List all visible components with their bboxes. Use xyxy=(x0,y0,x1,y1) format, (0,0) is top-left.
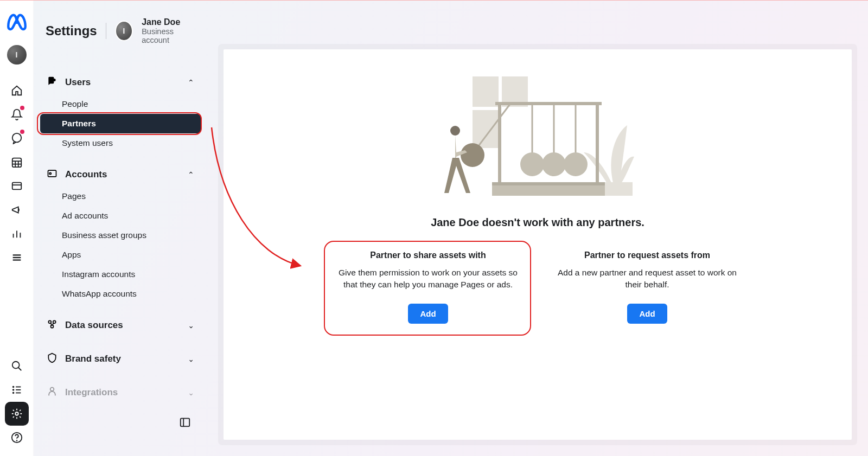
nav-header-integrations[interactable]: Integrations ⌃ xyxy=(40,381,201,404)
nav-item-ad-accounts[interactable]: Ad accounts xyxy=(40,206,201,226)
option-request-title: Partner to request assets from xyxy=(550,251,745,260)
option-share-title: Partner to share assets with xyxy=(330,251,526,260)
svg-rect-6 xyxy=(12,183,21,190)
option-share-desc: Give them permission to work on your ass… xyxy=(330,267,526,292)
data-sources-group-icon xyxy=(47,319,58,332)
nav-section-accounts: Accounts ⌃ Pages Ad accounts Business as… xyxy=(40,163,201,304)
nav-section-label: Integrations xyxy=(65,387,180,398)
svg-rect-34 xyxy=(473,76,499,107)
option-request-desc: Add a new partner and request asset to w… xyxy=(550,267,745,292)
chevron-down-icon: ⌃ xyxy=(188,355,194,363)
add-request-partner-button[interactable]: Add xyxy=(627,304,667,324)
nav-item-whatsapp[interactable]: WhatsApp accounts xyxy=(40,284,201,304)
nav-section-data-sources: Data sources ⌃ xyxy=(40,313,201,337)
settings-nav: Users ⌃ People Partners System users Acc… xyxy=(34,55,207,410)
nav-header-brand-safety[interactable]: Brand safety ⌃ xyxy=(40,347,201,371)
svg-point-47 xyxy=(542,152,566,176)
svg-rect-1 xyxy=(12,158,21,168)
collapse-sidebar-icon[interactable] xyxy=(179,416,191,431)
account-subtitle: Business account xyxy=(142,27,195,44)
nav-item-system-users[interactable]: System users xyxy=(40,133,201,153)
empty-state-card: Jane Doe doesn't work with any partners.… xyxy=(224,49,852,440)
nav-item-asset-groups[interactable]: Business asset groups xyxy=(40,226,201,245)
insights-icon[interactable] xyxy=(5,222,29,246)
billing-icon[interactable] xyxy=(5,174,29,198)
nav-header-accounts[interactable]: Accounts ⌃ xyxy=(40,163,201,187)
chevron-up-icon: ⌃ xyxy=(188,78,194,87)
list-icon[interactable] xyxy=(5,378,29,402)
nav-item-partners[interactable]: Partners xyxy=(40,114,201,133)
nav-section-integrations: Integrations ⌃ xyxy=(40,381,201,404)
meta-logo-icon[interactable] xyxy=(5,10,28,33)
megaphone-icon[interactable] xyxy=(5,198,29,222)
nav-section-label: Data sources xyxy=(65,320,180,331)
nav-header-data-sources[interactable]: Data sources ⌃ xyxy=(40,313,201,337)
rail-avatar-initial: I xyxy=(16,50,18,59)
svg-point-27 xyxy=(49,173,51,175)
svg-rect-32 xyxy=(181,419,190,427)
svg-rect-37 xyxy=(603,182,633,196)
nav-item-instagram[interactable]: Instagram accounts xyxy=(40,265,201,284)
settings-sidebar: Settings I Jane Doe Business account Use… xyxy=(34,1,207,456)
integrations-group-icon xyxy=(47,386,58,399)
notification-dot-icon xyxy=(20,130,24,134)
page-title: Settings xyxy=(46,23,97,38)
account-initial: I xyxy=(123,26,125,35)
bell-icon[interactable] xyxy=(5,102,29,126)
left-rail: I xyxy=(0,1,34,456)
account-avatar[interactable]: I xyxy=(115,21,133,41)
empty-state-illustration xyxy=(440,71,635,207)
svg-point-51 xyxy=(450,126,460,136)
nav-item-apps[interactable]: Apps xyxy=(40,245,201,265)
nav-item-pages[interactable]: Pages xyxy=(40,187,201,206)
svg-point-16 xyxy=(12,387,14,388)
home-icon[interactable] xyxy=(5,79,29,102)
settings-icon[interactable] xyxy=(5,402,29,426)
nav-section-label: Brand safety xyxy=(65,354,180,364)
calendar-icon[interactable] xyxy=(5,150,29,174)
empty-state-title: Jane Doe doesn't work with any partners. xyxy=(431,216,644,229)
search-icon[interactable] xyxy=(5,354,29,378)
divider xyxy=(106,23,106,39)
chevron-down-icon: ⌃ xyxy=(188,321,194,330)
svg-point-22 xyxy=(15,412,18,415)
nav-section-brand-safety: Brand safety ⌃ xyxy=(40,347,201,371)
main-content: Jane Doe doesn't work with any partners.… xyxy=(207,1,868,456)
chevron-up-icon: ⌃ xyxy=(188,170,194,179)
accounts-group-icon xyxy=(47,168,58,181)
nav-header-users[interactable]: Users ⌃ xyxy=(40,70,201,94)
users-group-icon xyxy=(47,76,58,89)
svg-point-14 xyxy=(12,362,19,369)
shield-icon xyxy=(47,352,58,365)
svg-point-25 xyxy=(53,79,56,81)
svg-point-46 xyxy=(520,152,544,176)
svg-point-20 xyxy=(12,393,14,394)
help-icon[interactable] xyxy=(5,426,29,449)
svg-point-30 xyxy=(51,325,54,328)
svg-point-31 xyxy=(50,388,54,391)
account-info: Jane Doe Business account xyxy=(142,17,195,44)
account-name: Jane Doe xyxy=(142,17,195,27)
nav-section-label: Users xyxy=(65,77,180,88)
svg-point-48 xyxy=(564,152,588,176)
option-share-assets: Partner to share assets with Give them p… xyxy=(325,242,531,335)
svg-point-18 xyxy=(12,389,14,390)
nav-item-people[interactable]: People xyxy=(40,94,201,114)
sidebar-header: Settings I Jane Doe Business account xyxy=(34,17,207,55)
all-tools-icon[interactable] xyxy=(5,246,29,269)
chat-icon[interactable] xyxy=(5,126,29,150)
nav-section-users: Users ⌃ People Partners System users xyxy=(40,70,201,153)
rail-avatar[interactable]: I xyxy=(7,45,27,65)
add-share-partner-button[interactable]: Add xyxy=(408,304,448,324)
svg-point-50 xyxy=(461,143,484,167)
svg-point-24 xyxy=(16,440,17,441)
nav-section-label: Accounts xyxy=(65,169,180,180)
svg-rect-36 xyxy=(473,110,499,148)
notification-dot-icon xyxy=(20,106,24,110)
svg-line-15 xyxy=(18,368,21,371)
option-request-assets: Partner to request assets from Add a new… xyxy=(544,242,750,335)
partner-options: Partner to share assets with Give them p… xyxy=(325,242,750,335)
chevron-down-icon: ⌃ xyxy=(188,388,194,397)
svg-rect-42 xyxy=(492,182,605,185)
svg-point-0 xyxy=(12,133,21,143)
